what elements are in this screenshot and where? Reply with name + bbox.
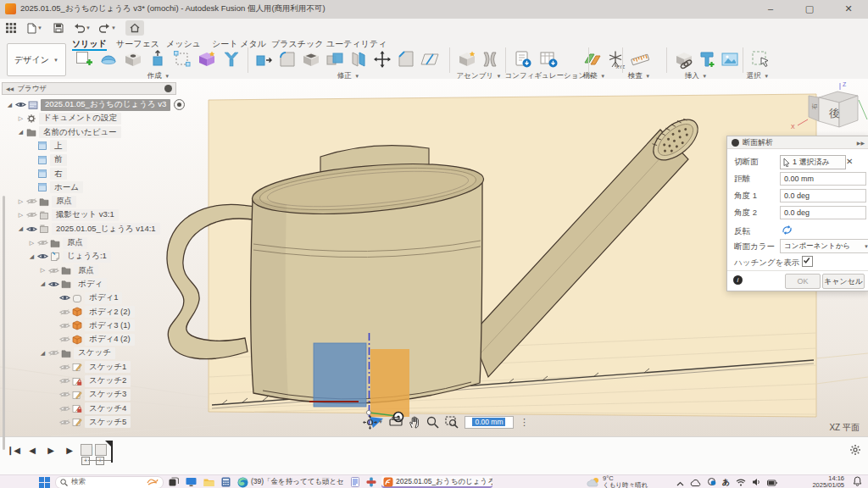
taskbar-game-cross-icon[interactable] xyxy=(364,476,378,488)
tree-item-2[interactable]: ◢名前の付いたビュー xyxy=(16,126,121,139)
select-icon[interactable] xyxy=(749,48,771,70)
tree-item-0[interactable]: ◢2025.01.05_おうちのじょうろ v3 xyxy=(5,98,185,111)
visibility-eye-off-icon[interactable] xyxy=(58,363,71,371)
step-back-icon[interactable]: ◀ xyxy=(25,443,39,457)
visibility-eye-off-icon[interactable] xyxy=(25,197,38,205)
status-dot-icon[interactable] xyxy=(707,474,716,488)
extrude-icon[interactable] xyxy=(147,48,169,70)
timeline-position-marker[interactable] xyxy=(111,441,113,463)
tree-item-15[interactable]: ボディ2 (2) xyxy=(49,306,135,319)
section-distance-field[interactable]: 0.00 mm xyxy=(465,416,514,429)
tree-item-23[interactable]: スケッチ5 xyxy=(49,416,131,429)
pipe-icon[interactable] xyxy=(220,48,242,70)
taskbar-weather[interactable]: 9°C くもり時々晴れ xyxy=(587,475,648,488)
derive-icon[interactable] xyxy=(171,48,193,70)
visibility-eye-off-icon[interactable] xyxy=(58,391,71,398)
visibility-eye-off-icon[interactable] xyxy=(58,322,71,330)
onedrive-icon[interactable] xyxy=(690,474,701,488)
tree-item-7[interactable]: ▷原点 xyxy=(16,195,76,208)
visibility-eye-icon[interactable] xyxy=(47,280,60,288)
browser-options-icon[interactable] xyxy=(164,85,172,92)
canvas-icon[interactable] xyxy=(719,48,741,70)
visibility-eye-off-icon[interactable] xyxy=(47,349,60,357)
configuration-icon[interactable] xyxy=(512,48,534,70)
chamfer-icon[interactable] xyxy=(395,48,417,70)
construction-plane-icon[interactable] xyxy=(581,48,604,70)
tree-item-8[interactable]: ▷撮影セット v3:1 xyxy=(16,208,119,221)
visibility-eye-icon[interactable] xyxy=(36,252,49,260)
timeline-group-expand-icon[interactable]: + xyxy=(81,457,90,465)
more-options-icon[interactable]: ⋮ xyxy=(520,417,529,428)
hole-icon[interactable] xyxy=(122,48,144,70)
fit-icon[interactable] xyxy=(445,416,459,429)
tree-item-22[interactable]: スケッチ4 xyxy=(49,402,131,415)
browser-scrollbar[interactable] xyxy=(3,196,5,450)
taskbar-search[interactable]: 検索 xyxy=(55,476,164,488)
visibility-eye-off-icon[interactable] xyxy=(58,336,71,343)
tree-expand-icon[interactable]: ◢ xyxy=(27,253,36,260)
active-component-radio[interactable] xyxy=(174,99,185,110)
fillet-icon[interactable] xyxy=(276,48,298,70)
browser-header[interactable]: ◀◀ ブラウザ xyxy=(2,82,176,95)
taskbar-blue-document-icon[interactable] xyxy=(349,476,361,488)
visibility-eye-icon[interactable] xyxy=(25,225,38,233)
hatch-checkbox[interactable] xyxy=(802,256,813,267)
visibility-eye-off-icon[interactable] xyxy=(36,239,49,247)
go-start-icon[interactable]: ❙◀ xyxy=(7,443,20,457)
tree-expand-icon[interactable]: ▷ xyxy=(16,212,25,219)
close-button[interactable]: ✕ xyxy=(831,0,866,19)
combine-icon[interactable] xyxy=(324,48,346,70)
wifi-icon[interactable] xyxy=(736,474,746,488)
home-icon[interactable] xyxy=(125,20,144,36)
split-face-icon[interactable] xyxy=(419,48,441,70)
angle2-input[interactable]: 0.0 deg xyxy=(780,206,866,219)
insert-mesh-icon[interactable] xyxy=(696,48,718,70)
visibility-eye-off-icon[interactable] xyxy=(58,419,71,426)
taskbar-edge-app[interactable]: (39)「金を持ってても頭とセ xyxy=(236,476,346,488)
info-icon[interactable]: i xyxy=(733,275,743,285)
notification-bell-icon[interactable] xyxy=(853,474,862,488)
visibility-eye-off-icon[interactable] xyxy=(58,308,71,316)
taskbar-display-icon[interactable] xyxy=(184,476,198,488)
step-forward-icon[interactable]: ▶ xyxy=(63,443,76,457)
tree-item-18[interactable]: ◢スケッチ xyxy=(38,347,115,359)
tree-item-1[interactable]: ▷ドキュメントの設定 xyxy=(16,112,121,125)
tree-item-4[interactable]: 前 xyxy=(27,153,67,166)
cut-plane-selection-button[interactable]: 1 選択済み xyxy=(780,155,846,169)
construction-axis-icon[interactable]: XYZ xyxy=(604,48,626,70)
create-sketch-icon[interactable] xyxy=(73,48,95,70)
configuration-table-icon[interactable] xyxy=(537,48,559,70)
clear-selection-icon[interactable]: ✕ xyxy=(846,157,853,166)
undo-icon[interactable]: ▼ xyxy=(71,20,93,36)
tree-item-20[interactable]: スケッチ2 xyxy=(49,374,131,387)
ok-button[interactable]: OK xyxy=(785,274,821,289)
flip-icon[interactable] xyxy=(782,225,793,237)
angle1-input[interactable]: 0.0 deg xyxy=(780,189,866,202)
file-menu-icon[interactable]: ▼ xyxy=(24,20,46,36)
revolve-icon[interactable] xyxy=(97,48,120,70)
taskbar-task-view-icon[interactable] xyxy=(167,476,181,488)
maximize-button[interactable]: ▢ xyxy=(792,0,827,19)
tree-expand-icon[interactable]: ▷ xyxy=(16,115,25,122)
timeline-feature[interactable] xyxy=(81,444,92,456)
shell-icon[interactable] xyxy=(300,48,322,70)
tree-expand-icon[interactable]: ◢ xyxy=(16,129,25,136)
visibility-eye-off-icon[interactable] xyxy=(58,377,71,385)
press-pull-icon[interactable] xyxy=(253,48,275,70)
taskbar-explorer-icon[interactable] xyxy=(202,476,216,488)
insert-derive-icon[interactable] xyxy=(673,48,695,70)
app-grid-icon[interactable] xyxy=(3,20,19,36)
tree-item-16[interactable]: ボディ3 (1) xyxy=(49,319,135,332)
tree-expand-icon[interactable]: ▷ xyxy=(27,240,36,247)
tree-item-14[interactable]: ボディ1 xyxy=(49,291,122,304)
expand-dialog-icon[interactable]: ▶▶ xyxy=(857,140,865,146)
volume-icon[interactable] xyxy=(752,474,761,488)
dialog-header[interactable]: 断面解析 ▶▶ xyxy=(727,136,868,149)
tree-expand-icon[interactable]: ◢ xyxy=(38,280,47,287)
visibility-eye-off-icon[interactable] xyxy=(47,267,60,274)
timeline-settings-gear-icon[interactable] xyxy=(849,444,861,459)
redo-icon[interactable]: ▼ xyxy=(97,20,119,36)
tree-expand-icon[interactable]: ◢ xyxy=(5,102,14,108)
visibility-eye-icon[interactable] xyxy=(58,294,71,302)
joint-icon[interactable] xyxy=(479,48,501,70)
